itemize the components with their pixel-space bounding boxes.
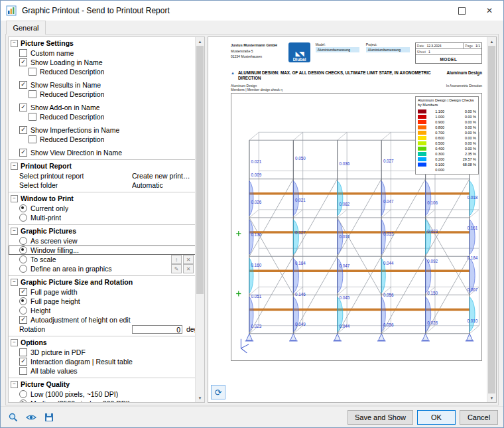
radio-selected[interactable] (19, 399, 27, 402)
collapse-icon[interactable]: − (11, 381, 18, 388)
row-define-an-area-in-graphics[interactable]: Define an area in graphics✎✕ (9, 264, 196, 273)
row-show-imperfections-in-name[interactable]: ✓Show Imperfections in Name (9, 125, 196, 135)
scroll-up-icon[interactable] (196, 37, 204, 46)
row-interaction-diagram-result-table[interactable]: ✓Interaction diagram | Result table (9, 357, 196, 366)
row-full-page-width[interactable]: ✓Full page width (9, 287, 196, 297)
radio-unselected[interactable] (19, 390, 27, 398)
row-show-add-on-in-name[interactable]: ✓Show Add-on in Name (9, 103, 196, 112)
legend-pct: 0.00 % (444, 115, 476, 119)
collapse-icon[interactable]: − (11, 339, 18, 346)
radio-selected[interactable] (19, 297, 27, 305)
scale-ratio-button[interactable]: ↕ (171, 255, 182, 264)
legend-row: 0.4000.00 % (418, 146, 476, 151)
checkbox-unchecked[interactable] (29, 113, 36, 121)
checkbox-unchecked[interactable] (19, 49, 27, 57)
row-rotation[interactable]: Rotation0deg (9, 324, 196, 334)
field-value[interactable]: Automatic (132, 181, 193, 189)
scrollbar-thumb[interactable] (488, 46, 495, 393)
find-button[interactable] (6, 410, 21, 425)
row-label: Show Loading in Name (31, 58, 103, 66)
row-medium-2500-pixels-300-dpi[interactable]: Medium (2500 pixels, ~300 DPI) (9, 399, 196, 402)
checkbox-checked[interactable]: ✓ (19, 104, 27, 111)
row-to-scale[interactable]: To scale↕✕ (9, 255, 196, 264)
row-show-view-direction-in-name[interactable]: ✓Show View Direction in Name (9, 148, 196, 157)
row-show-loading-in-name[interactable]: ✓Show Loading in Name (9, 58, 196, 67)
checkbox-unchecked[interactable] (19, 367, 27, 375)
legend-pct: 0.00 % (444, 109, 476, 113)
checkbox-unchecked[interactable] (19, 348, 27, 356)
row-autoadjustment-of-height-on-edit[interactable]: ✓Autoadjustment of height on edit (9, 315, 196, 324)
row-current-only[interactable]: Current only (9, 204, 196, 213)
row-reduced-description[interactable]: Reduced Description (9, 112, 196, 121)
company-name: Justus Mustermann GmbH (231, 42, 283, 48)
radio-unselected[interactable] (19, 307, 27, 315)
preview-scrollbar[interactable] (487, 37, 496, 402)
row-mini-buttons: ✎✕ (171, 264, 194, 273)
radio-unselected[interactable] (19, 214, 27, 222)
radio-selected[interactable] (19, 204, 27, 212)
clear-button[interactable]: ✕ (183, 264, 194, 273)
section-header: −Picture Quality (9, 379, 196, 390)
maximize-button[interactable] (448, 1, 475, 21)
checkbox-checked[interactable]: ✓ (19, 149, 27, 157)
scrollbar-thumb[interactable] (196, 46, 204, 294)
row-3d-picture-in-pdf[interactable]: 3D picture in PDF (9, 348, 196, 357)
row-reduced-description[interactable]: Reduced Description (9, 67, 196, 76)
report-title-row: ▲ ALUMINUM DESIGN: MAX. OF ALL DESIGN CH… (231, 70, 482, 81)
row-as-screen-view[interactable]: As screen view (9, 236, 196, 246)
save-and-show-button[interactable]: Save and Show (347, 410, 413, 425)
checkbox-checked[interactable]: ✓ (19, 288, 27, 296)
radio-unselected[interactable] (19, 255, 27, 263)
checkbox-unchecked[interactable] (29, 90, 36, 98)
close-button[interactable]: ✕ (475, 1, 503, 21)
checkbox-checked[interactable]: ✓ (19, 126, 27, 134)
edit-area-button[interactable]: ✎ (171, 264, 182, 273)
cancel-button[interactable]: Cancel (460, 410, 498, 425)
collapse-icon[interactable]: − (11, 163, 18, 170)
ok-button[interactable]: OK (417, 410, 456, 425)
row-height[interactable]: Height (9, 306, 196, 315)
checkbox-checked[interactable]: ✓ (19, 58, 27, 66)
row-reduced-description[interactable]: Reduced Description (9, 135, 196, 144)
row-select-printout-report[interactable]: Select printout reportCreate new printou… (9, 171, 196, 180)
row-multi-print[interactable]: Multi-print (9, 213, 196, 222)
svg-text:0.044: 0.044 (339, 324, 349, 328)
row-all-table-values[interactable]: All table values (9, 366, 196, 376)
row-custom-name[interactable]: Custom name (9, 48, 196, 58)
field-value[interactable]: Create new printout re... (132, 172, 193, 180)
settings-scrollbar[interactable] (195, 37, 204, 402)
checkbox-unchecked[interactable] (29, 135, 36, 143)
row-window-filling[interactable]: Window filling... (9, 246, 196, 255)
row-reduced-description[interactable]: Reduced Description (9, 90, 196, 99)
scroll-down-icon[interactable] (487, 393, 496, 402)
radio-selected[interactable] (19, 246, 27, 254)
refresh-preview-button[interactable]: ⟳ (211, 385, 225, 399)
tab-general[interactable]: General (6, 21, 46, 35)
row-select-folder[interactable]: Select folderAutomatic (9, 180, 196, 190)
scroll-up-icon[interactable] (487, 37, 496, 46)
collapse-icon[interactable]: − (11, 40, 18, 47)
checkbox-unchecked[interactable] (29, 68, 36, 76)
dlubal-logo-text: Dlubal (293, 57, 306, 62)
radio-unselected[interactable] (19, 265, 27, 273)
footer-buttons: Save and Show OK Cancel (347, 410, 498, 425)
scroll-down-icon[interactable] (196, 393, 204, 402)
checkbox-checked[interactable]: ✓ (19, 358, 27, 366)
row-label: Define an area in graphics (31, 265, 112, 273)
collapse-icon[interactable]: − (11, 279, 18, 286)
model-value: Aluminiumbemessung (316, 47, 359, 52)
row-low-1000-pixels-150-dpi[interactable]: Low (1000 pixels, ~150 DPI) (9, 390, 196, 399)
value-input[interactable]: 0 (132, 325, 182, 334)
row-full-page-height[interactable]: Full page height (9, 297, 196, 306)
view-button[interactable] (24, 410, 38, 425)
radio-unselected[interactable] (19, 237, 27, 245)
checkbox-checked[interactable]: ✓ (19, 316, 27, 324)
collapse-icon[interactable]: − (11, 195, 18, 202)
clear-button[interactable]: ✕ (183, 255, 194, 264)
save-defaults-button[interactable] (42, 410, 56, 425)
collapse-icon[interactable]: − (11, 228, 18, 235)
svg-text:0.009: 0.009 (251, 173, 262, 177)
checkbox-checked[interactable]: ✓ (19, 81, 27, 89)
row-show-results-in-name[interactable]: ✓Show Results in Name (9, 80, 196, 90)
legend-value: 0.300 (428, 152, 444, 156)
